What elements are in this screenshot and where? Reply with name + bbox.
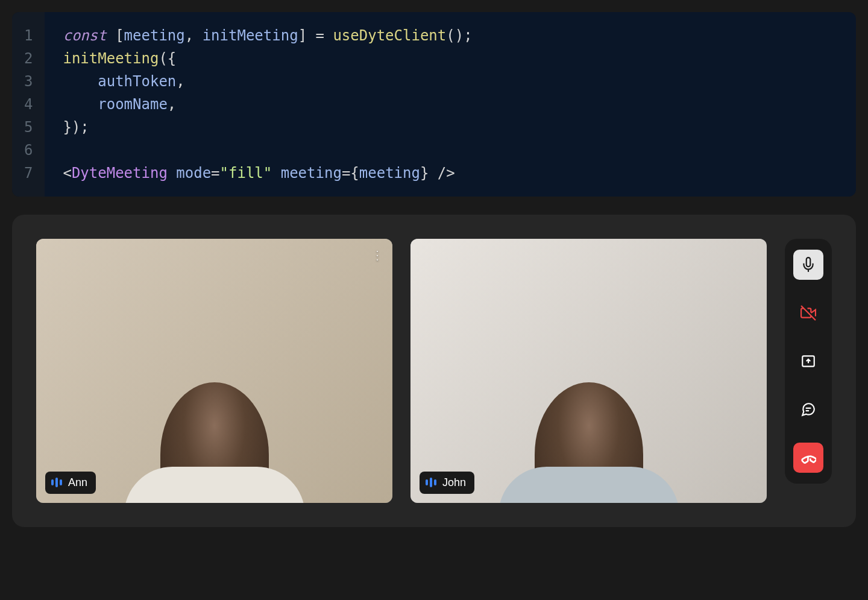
code-line-5: });: [63, 116, 472, 139]
line-numbers: 1 2 3 4 5 6 7: [12, 12, 45, 197]
video-grid: ⋮ Ann John: [36, 239, 767, 503]
participant-name: Ann: [68, 476, 87, 489]
video-tile-ann[interactable]: ⋮ Ann: [36, 239, 392, 503]
video-stream: [410, 239, 767, 503]
participant-badge: John: [420, 472, 474, 494]
camera-button[interactable]: [793, 298, 823, 328]
video-stream: [36, 239, 392, 503]
hangup-button[interactable]: [793, 443, 823, 473]
controls-panel: [785, 239, 832, 484]
meeting-container: ⋮ Ann John: [12, 215, 856, 527]
code-line-3: authToken,: [63, 70, 472, 93]
line-number: 5: [24, 116, 33, 139]
code-line-2: initMeeting({: [63, 47, 472, 70]
microphone-icon: [800, 257, 816, 273]
share-screen-button[interactable]: [793, 346, 823, 376]
share-icon: [800, 353, 816, 369]
person-avatar: [160, 382, 269, 503]
code-line-6: [63, 139, 472, 162]
chat-icon: [800, 402, 816, 417]
code-line-4: roomName,: [63, 93, 472, 116]
code-line-7: <DyteMeeting mode="fill" meeting={meetin…: [63, 162, 472, 185]
speaking-icon: [426, 478, 436, 487]
code-editor: 1 2 3 4 5 6 7 const [meeting, initMeetin…: [12, 12, 856, 197]
video-tile-john[interactable]: John: [410, 239, 767, 503]
person-avatar: [535, 382, 643, 503]
more-options-icon[interactable]: ⋮: [371, 248, 383, 262]
line-number: 6: [24, 139, 33, 162]
microphone-button[interactable]: [793, 250, 823, 280]
speaking-icon: [51, 478, 62, 487]
line-number: 1: [24, 24, 33, 47]
line-number: 2: [24, 47, 33, 70]
line-number: 4: [24, 93, 33, 116]
participant-badge: Ann: [45, 472, 96, 494]
line-number: 3: [24, 70, 33, 93]
camera-off-icon: [800, 305, 816, 321]
hangup-icon: [800, 450, 816, 466]
code-content[interactable]: const [meeting, initMeeting] = useDyteCl…: [45, 24, 472, 185]
line-number: 7: [24, 162, 33, 185]
chat-button[interactable]: [793, 394, 823, 425]
code-line-1: const [meeting, initMeeting] = useDyteCl…: [63, 24, 472, 47]
participant-name: John: [442, 476, 466, 489]
